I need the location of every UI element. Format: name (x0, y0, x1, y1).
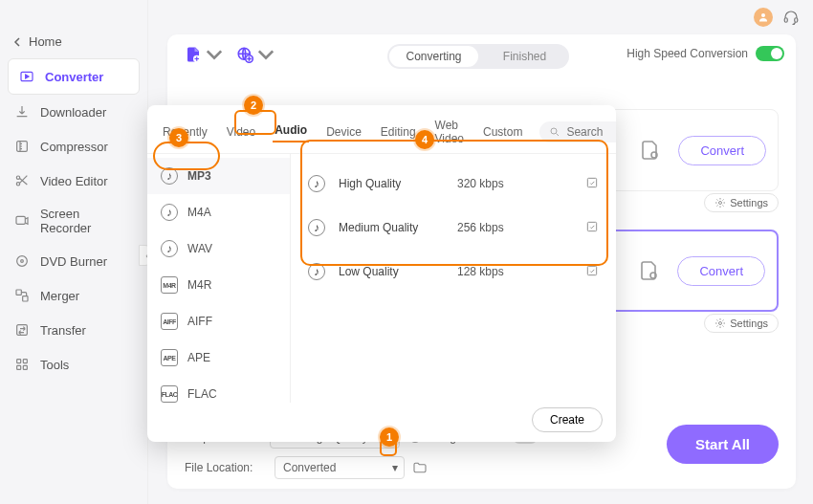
svg-point-21 (719, 202, 722, 205)
hsc-label: High Speed Conversion (626, 47, 748, 60)
format-item-ape[interactable]: APEAPE (147, 340, 290, 376)
format-popover: Recently Video Audio Device Editing Web … (147, 105, 616, 442)
sidebar-item-screen-recorder[interactable]: Screen Recorder (0, 198, 147, 244)
svg-rect-27 (587, 222, 596, 230)
audio-icon: ♪ (161, 167, 178, 185)
grid-icon (13, 356, 31, 373)
step-badge-4: 4 (415, 130, 434, 149)
flac-icon: FLAC (161, 385, 178, 403)
tab-converting[interactable]: Converting (389, 46, 478, 67)
avatar[interactable] (754, 8, 773, 27)
quality-item-high[interactable]: ♪ High Quality 320 kbps (291, 162, 616, 206)
pop-tab-audio[interactable]: Audio (273, 121, 309, 142)
format-item-mp3[interactable]: ♪MP3 (147, 158, 290, 194)
audio-icon: ♪ (308, 175, 325, 192)
edit-preset-icon[interactable] (585, 220, 599, 236)
sidebar-item-video-editor[interactable]: Video Editor (0, 164, 147, 198)
format-item-wav[interactable]: ♪WAV (147, 230, 290, 267)
compress-icon (13, 138, 31, 155)
svg-rect-15 (17, 365, 21, 369)
svg-point-23 (719, 322, 722, 325)
format-item-aiff[interactable]: AIFFAIFF (147, 303, 290, 340)
format-item-m4r[interactable]: M4RM4R (147, 267, 290, 303)
sidebar-item-transfer[interactable]: Transfer (0, 313, 147, 347)
convert-button[interactable]: Convert (678, 136, 766, 165)
sidebar-item-converter[interactable]: Converter (8, 58, 140, 95)
chevron-down-icon: ▾ (392, 461, 398, 474)
home-back[interactable]: Home (0, 29, 147, 58)
download-icon (13, 103, 31, 121)
output-format-icon[interactable] (637, 259, 660, 282)
open-folder-icon[interactable] (412, 460, 428, 475)
sidebar-item-downloader[interactable]: Downloader (0, 95, 147, 129)
sidebar-item-dvd-burner[interactable]: DVD Burner (0, 244, 147, 278)
hsc-toggle[interactable] (756, 46, 784, 61)
convert-button[interactable]: Convert (677, 256, 765, 286)
pop-tab-editing[interactable]: Editing (379, 123, 418, 141)
popover-search-input[interactable] (566, 125, 616, 139)
edit-preset-icon[interactable] (585, 176, 599, 192)
format-item-m4a[interactable]: ♪M4A (147, 194, 290, 230)
audio-icon: ♪ (308, 219, 325, 236)
audio-icon: ♪ (161, 240, 178, 257)
file-location-label: File Location: (185, 461, 267, 474)
svg-rect-10 (16, 290, 21, 295)
sidebar-label: Merger (40, 289, 79, 303)
svg-rect-2 (795, 18, 798, 23)
sidebar-label: Compressor (40, 140, 108, 154)
pop-tab-device[interactable]: Device (324, 123, 363, 141)
sidebar-label: Downloader (40, 105, 106, 120)
file-location-select[interactable]: Converted ▾ (275, 456, 405, 479)
step-badge-1: 1 (380, 427, 399, 447)
search-icon (549, 126, 560, 138)
sidebar-item-tools[interactable]: Tools (0, 347, 147, 382)
step-badge-3: 3 (169, 128, 188, 147)
chevron-down-icon (257, 46, 275, 63)
quality-item-low[interactable]: ♪ Low Quality 128 kbps (291, 250, 616, 294)
create-preset-button[interactable]: Create (532, 407, 603, 432)
scissors-icon (13, 172, 31, 189)
high-speed-row: High Speed Conversion (626, 46, 784, 61)
sidebar-label: Tools (40, 358, 69, 372)
chevron-down-icon (206, 46, 223, 63)
edit-preset-icon[interactable] (585, 264, 599, 280)
format-list: ♪MP3 ♪M4A ♪WAV M4RM4R AIFFAIFF APEAPE FL… (147, 154, 291, 403)
start-all-button[interactable]: Start All (667, 425, 779, 464)
svg-rect-1 (784, 18, 787, 23)
sidebar-item-merger[interactable]: Merger (0, 278, 147, 313)
output-format-icon[interactable] (638, 139, 661, 162)
aiff-icon: AIFF (161, 313, 178, 330)
format-item-flac[interactable]: FLACFLAC (147, 376, 290, 403)
svg-rect-7 (16, 216, 25, 224)
quality-item-medium[interactable]: ♪ Medium Quality 256 kbps (291, 206, 616, 250)
disc-icon (13, 252, 31, 270)
svg-point-8 (17, 256, 28, 267)
support-icon[interactable] (782, 9, 800, 26)
home-label: Home (29, 34, 62, 49)
row-settings-button[interactable]: Settings (704, 193, 779, 212)
quality-list: ♪ High Quality 320 kbps ♪ Medium Quality… (291, 154, 616, 403)
sidebar-label: Transfer (40, 323, 86, 338)
pop-tab-video[interactable]: Video (225, 123, 257, 141)
row-settings-button[interactable]: Settings (704, 314, 779, 333)
popover-search[interactable] (539, 121, 616, 142)
add-file-button[interactable] (185, 46, 223, 63)
pop-tab-webvideo[interactable]: Web Video (433, 117, 466, 147)
svg-rect-11 (23, 296, 28, 301)
chevron-left-icon (13, 37, 23, 47)
svg-rect-16 (23, 365, 27, 369)
svg-point-0 (761, 13, 765, 17)
svg-rect-12 (17, 325, 28, 336)
step-badge-2: 2 (244, 96, 263, 115)
add-url-button[interactable] (236, 46, 275, 63)
pop-tab-custom[interactable]: Custom (481, 123, 524, 141)
status-segmented[interactable]: Converting Finished (387, 44, 569, 69)
audio-icon: ♪ (308, 263, 325, 280)
sidebar-label: Video Editor (40, 174, 108, 188)
sidebar-item-compressor[interactable]: Compressor (0, 129, 147, 164)
tab-finished[interactable]: Finished (480, 46, 569, 67)
popover-tabs: Recently Video Audio Device Editing Web … (147, 105, 616, 154)
audio-icon: ♪ (161, 204, 178, 221)
gear-icon (714, 318, 726, 329)
svg-rect-26 (587, 178, 596, 186)
